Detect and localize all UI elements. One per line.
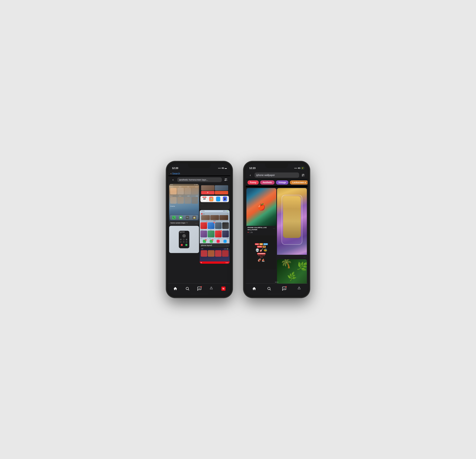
phone-1-col-right: P 📌 SUN 19 — [200, 184, 230, 264]
homescreen-image: 10:02▪▪▪▪ WiFi selfcare phone music — [169, 184, 199, 221]
card-1-title: home screen inspo 🖤 — [170, 222, 188, 224]
back-label[interactable]: Search — [172, 172, 180, 175]
card-1-dots[interactable]: ... — [195, 221, 198, 224]
app-icons: selfcare phone music random — [169, 186, 199, 208]
card-iphone-layout[interactable]: 13:08 ▸ WiFi ▪▪▪ 🔋 ayo ♫ — [200, 210, 230, 247]
chat-notification-dot — [201, 286, 202, 287]
volume-up-button — [166, 192, 166, 202]
icon-labels-row: selfcare phone music random — [170, 186, 199, 187]
back-navigation[interactable]: ‹ Search — [170, 172, 228, 175]
phone-2-col-left: 🍎 IPHONE COLORFUL LIVE WALLPAPER ... ♥ — [246, 188, 276, 284]
phone-2: 12:23 ▪▪▪▪ 4G ⚡ ‹ iphone wallpaper — [243, 161, 310, 298]
phone2-notch — [265, 164, 288, 168]
svg-point-21 — [283, 288, 284, 289]
phone2-network-icon: 4G — [298, 167, 300, 169]
phone-1-search-bar[interactable]: ‹ aesthetic homescreen layo... — [169, 176, 230, 184]
network-icon: 4G — [221, 167, 224, 169]
nav-home[interactable] — [173, 287, 177, 291]
back-chevron-icon: ‹ — [170, 172, 171, 175]
status-icons: ▪▪▪▪ 4G ▬ — [218, 167, 227, 169]
pinterest-image: P 📌 SUN 19 — [200, 184, 230, 209]
nebula-card-footer: IPHONE COLORFUL LIVE WALLPAPER ... ♥ 1.6… — [246, 226, 276, 235]
phone2-home-nav-icon — [252, 287, 256, 291]
svg-point-20 — [284, 288, 284, 289]
card-homescreen-2[interactable]: 6:48 ▪▪▪ 4G 🔋 — [200, 248, 230, 264]
leaf-emoji-1: 🌿 — [286, 271, 297, 282]
calling-image: Sarah Smith mobile 🎤 ⊞ 🔊 — [169, 226, 199, 253]
power-button — [232, 194, 233, 208]
phone-1-bottom-nav: N — [169, 284, 230, 295]
icons-row-1 — [170, 188, 199, 194]
phone2-pin-nav-icon — [297, 287, 301, 291]
nav-chat[interactable] — [197, 287, 202, 291]
card-homescreen-inspo[interactable]: 10:02▪▪▪▪ WiFi selfcare phone music — [169, 184, 199, 225]
svg-line-19 — [270, 289, 271, 290]
card-nebula[interactable]: 🍎 IPHONE COLORFUL LIVE WALLPAPER ... ♥ — [246, 188, 276, 235]
search-input-bar[interactable]: aesthetic homescreen layo... — [177, 177, 222, 182]
back-arrow-button[interactable]: ‹ — [170, 177, 176, 182]
tag-lockscreen[interactable]: Lockscreen a — [290, 180, 307, 185]
phones-container: 12:20 ▪▪▪▪ 4G ▬ ‹ Search ‹ — [166, 161, 310, 298]
phone2-nav-search[interactable] — [267, 287, 271, 291]
phone2-back-button[interactable]: ‹ — [247, 172, 253, 178]
svg-point-10 — [200, 288, 200, 289]
phone2-nav-home[interactable] — [252, 287, 256, 291]
card-pinterest-homescreen[interactable]: P 📌 SUN 19 — [200, 184, 230, 209]
tag-funny[interactable]: Funny — [247, 180, 259, 185]
notch — [188, 164, 211, 168]
hs2-icons — [200, 250, 230, 257]
nav-netflix[interactable]: N — [221, 287, 226, 291]
svg-point-3 — [225, 180, 226, 181]
mute-button — [166, 184, 166, 190]
phone2-status-icons: ▪▪▪▪ 4G ⚡ — [294, 167, 304, 169]
phone-2-search-bar[interactable]: ‹ iphone wallpaper — [246, 171, 307, 179]
phone-1-col-left: 10:02▪▪▪▪ WiFi selfcare phone music — [169, 184, 199, 264]
phone2-nav-chat[interactable] — [282, 287, 286, 291]
tropical-image: 🌿 🌿 🌿 🌿 🌴 — [277, 259, 307, 284]
stickers-content: beat eat flash break 🐻 — [254, 242, 269, 263]
phone2-power-button — [310, 194, 310, 208]
layout-status: 13:08 ▸ WiFi ▪▪▪ 🔋 — [200, 210, 230, 212]
heart-icon: ♥ — [247, 231, 249, 234]
svg-point-22 — [285, 288, 285, 289]
nebula-likes: ♥ 1.6k — [247, 231, 275, 234]
filter-icon — [224, 178, 228, 181]
phone2-time-display: 12:23 — [249, 167, 255, 170]
stickers-image: beat eat flash break 🐻 — [246, 235, 276, 270]
phone-silhouette — [281, 195, 302, 245]
search-nav-icon — [185, 287, 189, 291]
card-tropical[interactable]: 🌿 🌿 🌿 🌿 🌴 — [277, 259, 307, 284]
phone2-nav-pin[interactable] — [297, 287, 301, 291]
dots-row: ··· — [200, 203, 230, 206]
card-2-dots[interactable]: ... — [226, 244, 228, 246]
card-1-footer: home screen inspo 🖤 ... — [169, 221, 199, 225]
phone2-volume-down-button — [243, 204, 244, 214]
phone2-mute-button — [243, 184, 244, 190]
shopping-label: shopping — [170, 204, 199, 207]
phone2-filter-button[interactable] — [300, 172, 306, 178]
svg-point-8 — [199, 288, 200, 289]
filter-button[interactable] — [223, 177, 229, 182]
phone2-search-input[interactable]: iphone wallpaper — [255, 172, 299, 178]
time-display: 12:20 — [172, 167, 178, 170]
nav-pin[interactable] — [209, 287, 213, 291]
nebula-dots[interactable]: ... — [273, 227, 275, 229]
phone2-chat-notification-dot — [285, 286, 287, 287]
marble-dots[interactable]: ... — [304, 255, 306, 258]
tag-vintage[interactable]: Vintage — [276, 180, 289, 185]
phone-1-frame: 12:20 ▪▪▪▪ 4G ▬ ‹ Search ‹ — [166, 161, 233, 298]
netflix-icon: N — [221, 287, 226, 291]
pin-nav-icon — [209, 287, 213, 291]
svg-point-0 — [226, 179, 226, 179]
music-widget: ayo ♫ Music — [200, 212, 229, 222]
svg-point-15 — [302, 175, 303, 176]
tag-aesthetic[interactable]: Aesthetic — [260, 180, 274, 185]
svg-line-7 — [188, 289, 189, 290]
card-stickers[interactable]: beat eat flash break 🐻 — [246, 235, 276, 270]
card-marble[interactable]: ... — [277, 188, 307, 259]
mini-status: 10:02▪▪▪▪ WiFi — [169, 184, 199, 186]
nav-search[interactable] — [185, 287, 189, 291]
card-calling[interactable]: Sarah Smith mobile 🎤 ⊞ 🔊 — [169, 226, 199, 253]
phone-2-content: 🍎 IPHONE COLORFUL LIVE WALLPAPER ... ♥ — [246, 187, 307, 284]
phone-2-screen: 12:23 ▪▪▪▪ 4G ⚡ ‹ iphone wallpaper — [246, 164, 307, 295]
